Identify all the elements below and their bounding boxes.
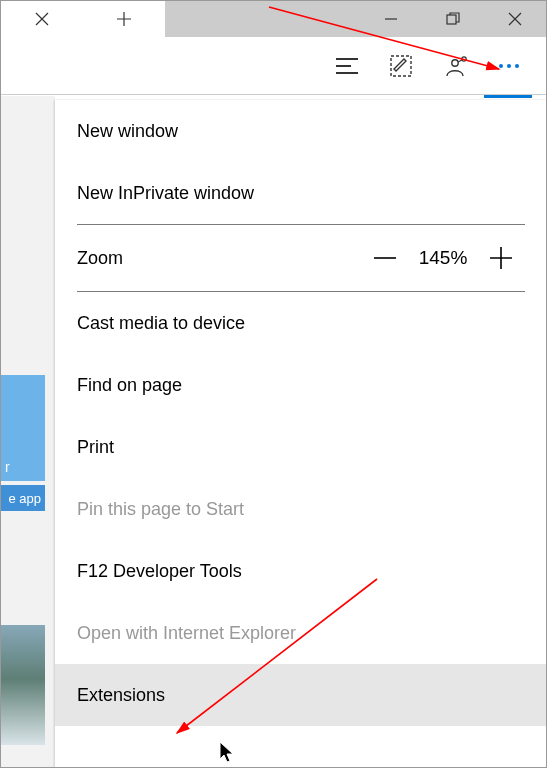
share-button[interactable] <box>428 39 482 93</box>
menu-print[interactable]: Print <box>55 416 547 478</box>
menu-label: Print <box>77 437 114 458</box>
close-window-button[interactable] <box>484 1 546 37</box>
menu-label: Find on page <box>77 375 182 396</box>
window-controls <box>360 1 546 37</box>
partial-tile: r <box>1 375 45 481</box>
menu-zoom: Zoom 145% <box>55 225 547 291</box>
menu-extensions[interactable]: Extensions <box>55 664 547 726</box>
svg-rect-0 <box>447 15 456 24</box>
more-icon <box>497 62 521 70</box>
plus-icon <box>490 247 512 269</box>
plus-icon <box>116 11 132 27</box>
webnote-button[interactable] <box>374 39 428 93</box>
menu-find[interactable]: Find on page <box>55 354 547 416</box>
svg-point-3 <box>462 56 466 60</box>
minus-icon <box>374 256 396 260</box>
partial-tile-footer: e app <box>1 485 45 511</box>
svg-point-5 <box>507 64 511 68</box>
menu-open-ie: Open with Internet Explorer <box>55 602 547 664</box>
tab-region <box>1 1 165 37</box>
toolbar <box>1 37 546 95</box>
menu-label: F12 Developer Tools <box>77 561 242 582</box>
titlebar <box>1 1 546 37</box>
menu-new-window[interactable]: New window <box>55 100 547 162</box>
menu-cast[interactable]: Cast media to device <box>55 292 547 354</box>
zoom-out-button[interactable] <box>361 256 409 260</box>
maximize-button[interactable] <box>422 1 484 37</box>
close-icon <box>35 12 49 26</box>
menu-label: Extensions <box>77 685 165 706</box>
minimize-icon <box>384 12 398 26</box>
menu-new-inprivate[interactable]: New InPrivate window <box>55 162 547 224</box>
menu-label: Open with Internet Explorer <box>77 623 296 644</box>
svg-point-6 <box>515 64 519 68</box>
close-icon <box>508 12 522 26</box>
svg-point-2 <box>452 59 458 65</box>
maximize-icon <box>446 12 460 26</box>
svg-point-4 <box>499 64 503 68</box>
more-menu: New window New InPrivate window Zoom 145… <box>55 100 547 768</box>
zoom-in-button[interactable] <box>477 247 525 269</box>
active-indicator <box>484 95 532 98</box>
menu-label: Cast media to device <box>77 313 245 334</box>
minimize-button[interactable] <box>360 1 422 37</box>
more-button[interactable] <box>482 39 536 93</box>
zoom-value: 145% <box>409 247 477 269</box>
hub-button[interactable] <box>320 39 374 93</box>
tab-close-button[interactable] <box>1 1 83 37</box>
partial-photo <box>1 625 45 745</box>
menu-pin-to-start: Pin this page to Start <box>55 478 547 540</box>
zoom-label: Zoom <box>77 248 123 269</box>
menu-label: New InPrivate window <box>77 183 254 204</box>
new-tab-button[interactable] <box>83 1 165 37</box>
tile-footer-text: e app <box>8 491 41 506</box>
share-icon <box>443 54 467 78</box>
webnote-icon <box>389 54 413 78</box>
menu-label: Pin this page to Start <box>77 499 244 520</box>
menu-devtools[interactable]: F12 Developer Tools <box>55 540 547 602</box>
tile-text: r <box>5 459 41 475</box>
menu-label: New window <box>77 121 178 142</box>
hub-icon <box>336 57 358 75</box>
